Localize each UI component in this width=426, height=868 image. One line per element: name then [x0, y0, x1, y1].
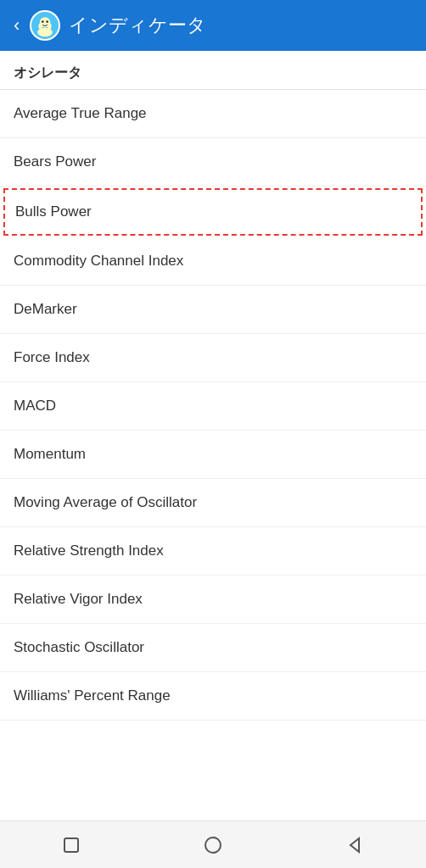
- svg-point-2: [37, 28, 53, 37]
- circle-icon: [203, 835, 223, 855]
- list-item-avg-true-range[interactable]: Average True Range: [0, 90, 426, 138]
- indicator-list: Average True RangeBears PowerBulls Power…: [0, 90, 426, 721]
- list-item-momentum[interactable]: Momentum: [0, 431, 426, 479]
- list-item-force-index[interactable]: Force Index: [0, 334, 426, 382]
- nav-square-button[interactable]: [46, 828, 97, 862]
- section-header: オシレータ: [0, 51, 426, 90]
- list-item-commodity-channel-index[interactable]: Commodity Channel Index: [0, 237, 426, 286]
- nav-circle-button[interactable]: [188, 828, 238, 862]
- nav-back-button[interactable]: [329, 828, 380, 862]
- bottom-navigation: [0, 821, 426, 868]
- list-item-moving-average-oscillator[interactable]: Moving Average of Oscillator: [0, 479, 426, 527]
- svg-point-6: [48, 23, 51, 29]
- list-item-relative-vigor-index[interactable]: Relative Vigor Index: [0, 576, 426, 624]
- svg-point-3: [42, 20, 44, 23]
- list-item-stochastic-oscillator[interactable]: Stochastic Oscillator: [0, 624, 426, 672]
- list-item-relative-strength-index[interactable]: Relative Strength Index: [0, 527, 426, 576]
- back-triangle-icon: [345, 835, 365, 855]
- header-title: インディケータ: [69, 13, 206, 38]
- square-icon: [61, 835, 81, 855]
- svg-point-8: [205, 837, 221, 853]
- content-area: オシレータ Average True RangeBears PowerBulls…: [0, 51, 426, 821]
- list-item-bears-power[interactable]: Bears Power: [0, 138, 426, 186]
- list-item-williams-percent-range[interactable]: Williams' Percent Range: [0, 672, 426, 721]
- svg-marker-9: [350, 838, 359, 852]
- app-icon: [30, 10, 60, 41]
- svg-point-5: [39, 23, 42, 29]
- app-header: ‹ インディケータ: [0, 0, 426, 51]
- svg-rect-7: [64, 838, 78, 852]
- svg-point-4: [47, 20, 49, 23]
- list-item-macd[interactable]: MACD: [0, 382, 426, 431]
- list-item-bulls-power[interactable]: Bulls Power: [3, 188, 423, 236]
- back-button[interactable]: ‹: [10, 11, 23, 40]
- list-item-demarker[interactable]: DeMarker: [0, 286, 426, 334]
